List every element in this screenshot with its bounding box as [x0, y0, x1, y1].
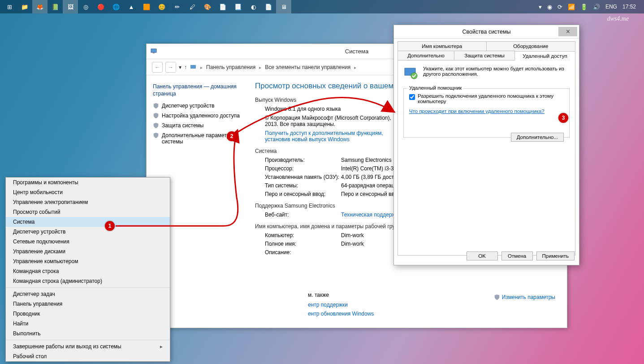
system-icon [150, 48, 157, 55]
tab-advanced[interactable]: Дополнительно [398, 51, 454, 60]
breadcrumb-seg1[interactable]: Панель управления [206, 64, 255, 70]
system-properties-dialog: Свойства системы ✕ Имя компьютера Оборуд… [393, 25, 579, 265]
menu-search[interactable]: Найти [6, 319, 170, 329]
tab-strip: Имя компьютера Оборудование Дополнительн… [394, 39, 579, 60]
annotation-marker-3: 3 [558, 113, 568, 123]
sidebar-system-protection[interactable]: Защита системы [153, 122, 240, 129]
nav-up-button[interactable]: ↑ [184, 64, 187, 70]
tray-sync-icon[interactable]: ⟳ [558, 4, 562, 10]
menu-device-manager[interactable]: Диспетчер устройств [6, 227, 170, 237]
tb-app5-icon[interactable]: 😊 [154, 0, 169, 13]
website-label: Веб-сайт: [265, 212, 341, 218]
allow-remote-checkbox[interactable] [409, 94, 415, 100]
tb-app4-icon[interactable]: 🟧 [139, 0, 154, 13]
clock[interactable]: 17:52 [622, 4, 636, 10]
menu-system[interactable]: Система [6, 217, 170, 227]
tb-chrome-icon[interactable]: 🌐 [108, 0, 124, 13]
tb-app9-icon[interactable]: 📃 [230, 0, 246, 13]
shield-icon [153, 122, 159, 129]
breadcrumb-seg2[interactable]: Все элементы панели управления [265, 64, 350, 70]
system-tray: ▾ ◉ ⟳ 📶 🔋 🔊 ENG 17:52 [539, 4, 642, 10]
tray-chevron-icon[interactable]: ▾ [539, 4, 542, 10]
features-link[interactable]: Получить доступ к дополнительным функция… [265, 130, 404, 143]
sidebar-device-manager[interactable]: Диспетчер устройств [153, 103, 240, 109]
help-link[interactable]: Что происходит при включении удаленного … [409, 108, 564, 114]
power-user-menu: Программы и компоненты Центр мобильности… [5, 177, 170, 362]
tb-app8-icon[interactable]: 🎨 [200, 0, 215, 13]
ok-button[interactable]: OK [467, 251, 498, 260]
svg-point-4 [411, 73, 417, 79]
dialog-buttons: OK Отмена Применить [467, 251, 575, 260]
menu-cmd-admin[interactable]: Командная строка (администратор) [6, 276, 170, 286]
shield-icon [153, 132, 159, 139]
menu-shutdown[interactable]: Завершение работы или выход из системы [6, 342, 170, 351]
nav-back-button[interactable]: ← [152, 62, 163, 73]
tb-opera-icon[interactable]: 🔴 [93, 0, 108, 13]
menu-separator [6, 287, 169, 288]
shield-icon [494, 294, 500, 300]
tray-app-icon[interactable]: ◉ [547, 4, 552, 10]
maker-label: Производитель: [265, 157, 341, 163]
see-also-header: м. также [308, 292, 374, 298]
taskbar: ⊞ 📁 🦊 📗 🖼 ◎ 🔴 🌐 ▲ 🟧 😊 ✏ 🖊 🎨 📄 📃 ◐ 📄 🖥 ▾ … [0, 0, 644, 13]
lang-indicator[interactable]: ENG [605, 4, 617, 10]
shield-icon [153, 103, 159, 109]
menu-programs[interactable]: Программы и компоненты [6, 178, 170, 187]
fullname-label: Полное имя: [265, 241, 341, 247]
tb-app2-icon[interactable]: ◎ [78, 0, 93, 13]
sidebar-remote-settings[interactable]: Настройка удаленного доступа [153, 113, 240, 119]
tab-computer-name[interactable]: Имя компьютера [398, 41, 487, 51]
tb-app7-icon[interactable]: 🖊 [185, 0, 200, 13]
description-label: Описание: [265, 249, 341, 256]
tb-app3-icon[interactable]: ▲ [124, 0, 139, 13]
nav-forward-button[interactable]: → [165, 62, 176, 73]
close-button[interactable]: ✕ [558, 27, 577, 36]
tb-app6-icon[interactable]: ✏ [169, 0, 185, 13]
tab-hardware[interactable]: Оборудование [487, 41, 576, 51]
apply-button[interactable]: Применить [536, 251, 575, 260]
menu-run[interactable]: Выполнить [6, 329, 170, 338]
sidebar-home-link[interactable]: Панель управления — домашняя страница [153, 83, 240, 97]
start-button[interactable]: ⊞ [2, 0, 17, 13]
tb-app10-icon[interactable]: 📄 [261, 0, 276, 13]
tb-excel-icon[interactable]: 📗 [48, 0, 63, 13]
tray-volume-icon[interactable]: 🔊 [593, 4, 600, 10]
pc-icon [190, 64, 197, 71]
svg-rect-0 [151, 49, 156, 52]
cpu-label: Процессор: [265, 165, 341, 172]
menu-computer-mgmt[interactable]: Управление компьютером [6, 256, 170, 266]
see-also-link2[interactable]: ентр обновления Windows [308, 311, 374, 317]
menu-explorer[interactable]: Проводник [6, 309, 170, 319]
menu-control-panel[interactable]: Панель управления [6, 299, 170, 309]
menu-cmd[interactable]: Командная строка [6, 266, 170, 276]
breadcrumb[interactable]: Панель управления Все элементы панели уп… [190, 64, 357, 71]
change-settings-link[interactable]: Изменить параметры [494, 294, 555, 300]
tb-explorer-icon[interactable]: 📁 [17, 0, 32, 13]
tb-app11-icon[interactable]: 🖥 [276, 0, 291, 13]
panel-description: Укажите, как этот компьютер можно будет … [423, 66, 570, 81]
cancel-button[interactable]: Отмена [501, 251, 533, 260]
advanced-button[interactable]: Дополнительно... [511, 133, 564, 142]
menu-network[interactable]: Сетевые подключения [6, 237, 170, 247]
menu-disk[interactable]: Управление дисками [6, 247, 170, 256]
menu-desktop[interactable]: Рабочий стол [6, 351, 170, 361]
tb-app1-icon[interactable]: 🖼 [63, 0, 78, 13]
menu-task-manager[interactable]: Диспетчер задач [6, 289, 170, 299]
menu-power[interactable]: Управление электропитанием [6, 197, 170, 207]
tb-firefox-icon[interactable]: 🦊 [32, 0, 48, 13]
ram-label: Установленная память (ОЗУ): [265, 174, 341, 180]
tab-remote[interactable]: Удаленный доступ [515, 51, 575, 61]
pen-label: Перо и сенсорный ввод: [265, 191, 341, 197]
nav-dropdown-icon[interactable]: ▾ [179, 64, 182, 70]
menu-events[interactable]: Просмотр событий [6, 207, 170, 217]
menu-mobility[interactable]: Центр мобильности [6, 187, 170, 197]
remote-icon [403, 66, 419, 81]
shield-icon [153, 113, 159, 119]
tab-protection[interactable]: Защита системы [454, 51, 515, 60]
see-also-link1[interactable]: ентр поддержки [308, 302, 374, 308]
tb-notepad-icon[interactable]: 📄 [215, 0, 230, 13]
computer-label: Компьютер: [265, 232, 341, 238]
tb-steam-icon[interactable]: ◐ [246, 0, 261, 13]
tray-network-icon[interactable]: 📶 [568, 4, 575, 10]
tray-battery-icon[interactable]: 🔋 [580, 4, 588, 10]
